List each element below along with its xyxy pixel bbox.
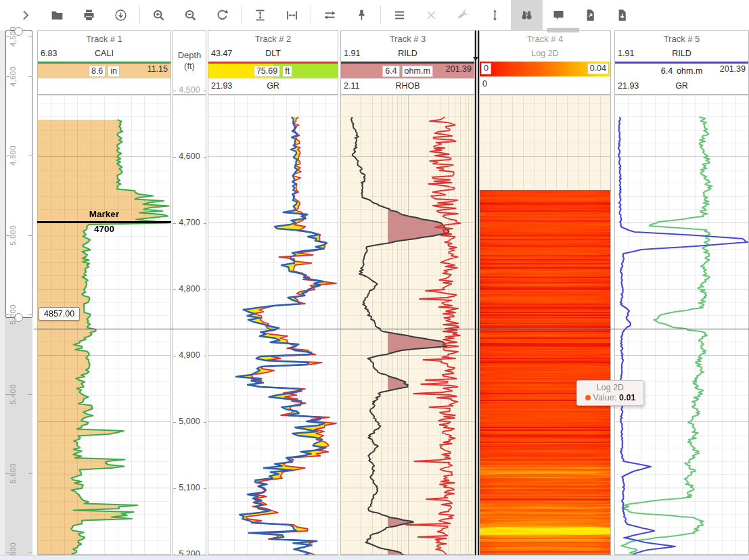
overview-depth-label: 4,800: [9, 138, 20, 173]
depth-tick-label: 4,800: [173, 284, 206, 294]
curve-min: 43.47: [211, 46, 232, 62]
toolbar-button-zoom-out[interactable]: [175, 0, 206, 30]
curve-name: CALI: [38, 46, 171, 62]
track-4-drag-tab[interactable]: [547, 28, 579, 32]
unit-text: ohm.m: [677, 66, 702, 76]
overview-tick: [28, 473, 32, 474]
track-4-header[interactable]: Track # 4 Log 2D 0 0.04 0: [479, 30, 611, 95]
toolbar-button-print[interactable]: [73, 0, 105, 30]
zoom-in-icon: [152, 8, 166, 22]
depth-tick-dash: [173, 157, 176, 158]
track-3-plot[interactable]: [340, 95, 475, 555]
toolbar-button-download[interactable]: [105, 0, 137, 30]
depth-tick-dash: [173, 356, 176, 356]
toolbar-separator: [241, 5, 242, 24]
overview-tick: [28, 235, 32, 236]
track-4-subtitle: Log 2D: [480, 46, 610, 62]
toolbar-button-export-file[interactable]: [574, 0, 606, 30]
swap-arrows-icon: [323, 8, 337, 22]
fit-width-icon: [285, 8, 299, 22]
curve-max: 11.15: [147, 62, 168, 77]
curve-min: 0: [482, 76, 487, 92]
track-5-curve1-row: 1.91 RILD 201.39: [615, 46, 748, 62]
overview-tick: [28, 156, 32, 156]
curve-min: 1.91: [618, 46, 634, 62]
track-3-curve2-row: 2.11 RHOB 2.77: [341, 78, 474, 94]
toolbar-button-close: [415, 0, 447, 30]
curve-min: 21.93: [211, 78, 232, 94]
toolbar-button-fit-width[interactable]: [276, 0, 308, 30]
toolbar-separator: [380, 5, 381, 24]
overview-tick: [5, 76, 9, 77]
depth-axis-column: 4,5004,6004,7004,8004,9005,0005,1005,200: [173, 95, 206, 555]
depth-tick-dash: [173, 223, 176, 224]
curve-min: 1.91: [344, 46, 360, 62]
track-1-plot[interactable]: [37, 95, 171, 555]
curve-min: 2.11: [344, 78, 359, 94]
toolbar-button-zoom-in[interactable]: [143, 0, 175, 30]
track-2-value-bar: 75.69 ft: [208, 64, 338, 78]
comment-bubble-icon: [551, 8, 566, 22]
track-5-header[interactable]: Track # 5 1.91 RILD 201.39 6.4 ohm.m 21.…: [614, 30, 749, 95]
overview-tick: [28, 37, 32, 37]
overview-tick: [5, 235, 9, 236]
track-2-curve2-row: 21.93 GR 188.37: [208, 78, 338, 94]
toolbar-button-open-file[interactable]: [41, 0, 73, 30]
toolbar-separator: [311, 5, 311, 24]
track-2-plot[interactable]: [208, 95, 338, 555]
value-box: 6.4: [382, 66, 399, 77]
curve-max: 201.39: [446, 62, 472, 77]
overview-depth-label: 5,600: [9, 456, 20, 491]
value-tooltip: Log 2D Value: 0.01: [576, 380, 644, 406]
pushpin-icon: [355, 8, 369, 22]
toolbar-button-swap-orientation[interactable]: [314, 0, 346, 30]
track-3-curve1-row: 1.91 RILD 201.39: [341, 46, 474, 62]
overview-tick: [28, 76, 32, 77]
unit-box: ft: [282, 66, 292, 77]
overview-tick: [5, 156, 9, 156]
toolbar-button-tooltip-toggle[interactable]: [543, 0, 574, 30]
horizontal-scrollbar[interactable]: [0, 555, 749, 560]
depth-tick-dash: [173, 289, 176, 290]
cursor-crosshair-line: [34, 329, 749, 329]
refresh-icon: [215, 8, 229, 22]
unit-box: ohm.m: [402, 66, 433, 77]
toolbar: [0, 0, 749, 30]
depth-tick-dash: [204, 356, 206, 356]
toolbar-button-pin[interactable]: [346, 0, 378, 30]
toolbar-button-menu[interactable]: [384, 0, 415, 30]
track-1-header[interactable]: Track # 1 6.83 CALI 11.15 8.6 in: [37, 30, 171, 95]
track-3-title: Track # 3: [341, 31, 474, 46]
track-1-title: Track # 1: [38, 31, 171, 46]
overview-tick: [5, 394, 9, 395]
track-5-plot[interactable]: [614, 95, 749, 555]
overview-tick: [5, 37, 9, 37]
overview-tick: [5, 314, 9, 315]
depth-tick-dash: [204, 223, 206, 224]
overview-rail: [0, 30, 5, 560]
toolbar-button-inspect-cursor[interactable]: [511, 0, 543, 30]
overview-tick: [5, 553, 9, 553]
overview-depth-label: 5,000: [9, 218, 20, 253]
marker-line[interactable]: [37, 221, 171, 223]
folder-icon: [50, 8, 64, 22]
toolbar-button-vertical-scale[interactable]: [479, 0, 511, 30]
curve-min: 6.83: [41, 46, 57, 62]
track-5-curve2-row: 21.93 GR 188.37: [615, 78, 748, 94]
toolbar-button-fit-height[interactable]: [244, 0, 276, 30]
track-4-plot[interactable]: [479, 95, 611, 555]
zoom-out-icon: [183, 8, 198, 22]
depth-tick-label: 5,100: [173, 483, 206, 492]
well-log-viewer: 4,5004,6004,8005,0005,2005,4005,6005,800…: [0, 0, 749, 560]
overview-depth-label: 5,400: [9, 377, 20, 412]
toolbar-button-reset-view[interactable]: [206, 0, 238, 30]
colorbar-min: 0: [481, 63, 491, 74]
depth-tick-label: 4,700: [173, 218, 206, 227]
tooltip-series-dot-icon: [585, 395, 591, 400]
toolbar-button-save-file[interactable]: [606, 0, 638, 30]
depth-tick-label: 4,600: [173, 151, 206, 161]
track-3-header[interactable]: Track # 3 1.91 RILD 201.39 6.4 ohm.m 2.1…: [340, 30, 475, 95]
overview-tick: [28, 314, 32, 315]
tooltip-value: 0.01: [619, 393, 635, 402]
track-2-header[interactable]: Track # 2 43.47 DLT 108.55 75.69 ft 21.9…: [208, 30, 338, 95]
